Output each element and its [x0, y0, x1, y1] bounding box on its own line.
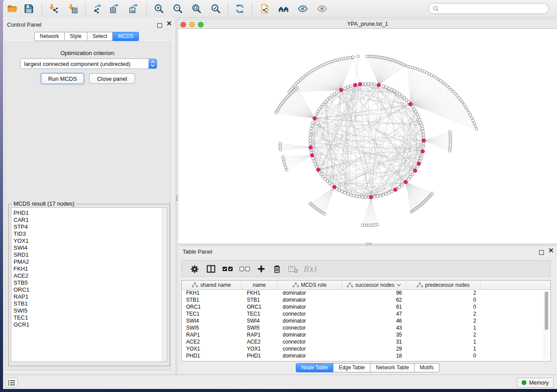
mcds-result-item[interactable]: STB5 [11, 279, 167, 286]
criterion-select[interactable]: largest connected component (undirected) [20, 58, 157, 69]
mcds-result-item[interactable]: STB1 [11, 300, 167, 307]
mcds-result-item[interactable]: YOX1 [11, 237, 167, 244]
cell-successor_nodes: 46 [342, 318, 406, 325]
settings-icon[interactable] [189, 264, 200, 274]
cell-shared_name: TEC1 [182, 311, 242, 318]
import-network-icon[interactable] [47, 3, 60, 15]
table-row[interactable]: PHD1PHD1dominator180 [182, 353, 550, 360]
table-row[interactable]: ORC1ORC1dominator610 [182, 304, 550, 311]
table-row[interactable]: STB1STB1dominator620 [182, 297, 550, 304]
tab-edge-table[interactable]: Edge Table [333, 363, 370, 372]
tab-motifs[interactable]: Motifs [415, 363, 439, 372]
mcds-result-item[interactable]: SWI4 [11, 244, 167, 251]
cell-name: TEC1 [242, 311, 277, 318]
mcds-result-item[interactable]: STP4 [11, 224, 167, 230]
split-columns-icon[interactable] [205, 264, 217, 274]
tab-mcds[interactable]: MCDS [113, 32, 139, 41]
mcds-result-item[interactable]: RAP1 [11, 293, 167, 300]
network-canvas[interactable] [178, 29, 557, 244]
table-row[interactable]: YOX1YOX1connector291 [182, 346, 550, 353]
zoom-selected-icon[interactable] [209, 3, 222, 15]
first-neighbors-icon[interactable] [277, 3, 290, 15]
table-tabs: Node TableEdge TableNetwork TableMotifs [296, 363, 439, 372]
mcds-list-scrollbar[interactable] [162, 208, 167, 361]
column-header-successor-nodes[interactable]: successor nodes [342, 281, 406, 289]
search-input[interactable] [441, 5, 544, 12]
cell-mcds_role: connector [277, 311, 342, 318]
apply-layout-icon[interactable] [233, 3, 246, 15]
mcds-result-item[interactable]: SRD1 [11, 251, 167, 258]
export-image-icon[interactable] [127, 3, 140, 15]
add-column-icon[interactable] [256, 264, 267, 274]
column-header-shared-name[interactable]: shared name [182, 281, 242, 289]
mcds-result-item[interactable]: TID3 [11, 230, 167, 237]
cell-name: SWI4 [242, 318, 277, 325]
column-header-predecessor-nodes[interactable]: predecessor nodes [406, 281, 481, 289]
zoom-out-icon[interactable] [171, 3, 184, 15]
control-panel-title: Control Panel [7, 21, 42, 28]
mcds-result-item[interactable]: PHD1 [11, 210, 167, 217]
memory-button[interactable]: Memory [517, 378, 554, 388]
save-session-icon[interactable] [22, 3, 35, 15]
cell-predecessor_nodes: 0 [406, 304, 481, 311]
toolbar-separator [228, 3, 228, 14]
import-table-icon[interactable] [66, 3, 79, 15]
mcds-result-item[interactable]: FKH1 [11, 265, 167, 272]
cell-shared_name: FKH1 [182, 290, 242, 297]
export-table-icon[interactable] [108, 3, 121, 15]
table-row[interactable]: RAP1RAP1dominator352 [182, 332, 550, 339]
close-panel-button[interactable]: Close panel [89, 73, 135, 84]
deselect-all-icon[interactable] [238, 264, 251, 274]
open-file-icon[interactable] [6, 3, 19, 15]
table-scrollbar-thumb[interactable] [545, 292, 548, 330]
close-panel-icon[interactable]: ✕ [548, 248, 554, 253]
zoom-in-icon[interactable] [152, 3, 166, 15]
table-row[interactable]: ACE2ACE2connector311 [182, 339, 550, 346]
tab-network[interactable]: Network [34, 32, 65, 41]
network-graph[interactable] [178, 29, 557, 244]
mcds-result-item[interactable]: TEC1 [11, 314, 167, 321]
column-header-name[interactable]: name [242, 281, 277, 289]
table-row[interactable]: SWI4SWI4dominator462 [182, 318, 550, 325]
mcds-result-item[interactable]: SWI5 [11, 307, 167, 314]
cell-successor_nodes: 18 [342, 353, 406, 360]
table-row[interactable]: TEC1TEC1connector472 [182, 311, 550, 318]
table-row[interactable]: SWI5SWI5connector431 [182, 325, 550, 332]
export-network-icon[interactable] [90, 3, 104, 15]
cell-shared_name: YOX1 [182, 346, 242, 353]
network-window-titlebar[interactable]: YPA_prune.txt_1 [178, 19, 557, 29]
network-title: YPA_prune.txt_1 [178, 21, 557, 27]
cell-mcds_role: dominator [277, 332, 342, 339]
cell-name: FKH1 [242, 290, 277, 297]
float-panel-icon[interactable] [539, 249, 544, 257]
mcds-result-item[interactable]: PMA2 [11, 258, 167, 265]
zoom-fit-icon[interactable] [190, 3, 203, 15]
delete-column-icon[interactable] [271, 264, 283, 274]
run-mcds-button[interactable]: Run MCDS [41, 73, 84, 84]
mcds-result-item[interactable]: ACE2 [11, 272, 167, 279]
mcds-result-list[interactable]: PHD1CAR1STP4TID3YOX1SWI4SRD1PMA2FKH1ACE2… [11, 207, 167, 362]
column-header-MCDS-role[interactable]: MCDS role [277, 281, 342, 289]
tab-style[interactable]: Style [65, 32, 87, 41]
close-panel-icon[interactable]: ✕ [166, 21, 172, 26]
select-all-icon[interactable] [221, 264, 234, 274]
app-window: Control Panel ✕ NetworkStyleSelectMCDS O… [3, 0, 557, 389]
cell-successor_nodes: 47 [342, 311, 406, 318]
float-panel-icon[interactable] [157, 22, 162, 30]
mcds-result-item[interactable]: GCR1 [11, 321, 167, 328]
table-row[interactable]: FKH1FKH1dominator962 [182, 290, 550, 297]
toolbar-separator [85, 3, 86, 14]
mcds-result-item[interactable]: CAR1 [11, 217, 167, 224]
hide-selected-icon[interactable] [296, 3, 309, 15]
show-all-icon[interactable] [315, 3, 329, 15]
tab-node-table[interactable]: Node Table [296, 363, 334, 372]
tab-network-table[interactable]: Network Table [370, 363, 415, 372]
mcds-result-items: PHD1CAR1STP4TID3YOX1SWI4SRD1PMA2FKH1ACE2… [11, 208, 167, 328]
search-field[interactable] [428, 3, 549, 14]
task-history-button[interactable] [5, 378, 18, 388]
search-icon [432, 5, 439, 12]
tab-select[interactable]: Select [87, 32, 113, 41]
table-scrollbar[interactable] [544, 291, 549, 359]
new-network-from-selection-icon[interactable] [258, 3, 271, 15]
mcds-result-item[interactable]: ORC1 [11, 286, 167, 293]
